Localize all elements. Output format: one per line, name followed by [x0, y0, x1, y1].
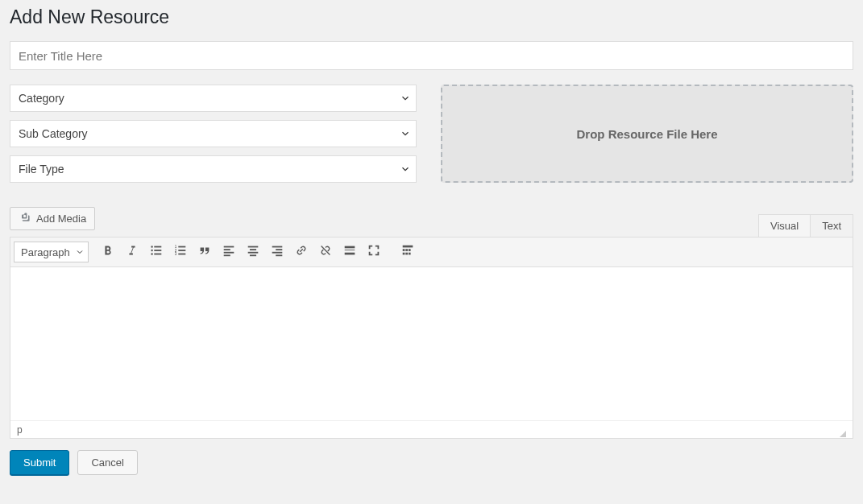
svg-rect-30	[409, 249, 411, 251]
add-media-button[interactable]: Add Media	[10, 207, 95, 230]
svg-rect-20	[272, 246, 283, 248]
svg-rect-33	[409, 253, 411, 255]
bold-icon	[101, 243, 115, 261]
number-list-icon: 123	[173, 243, 188, 261]
align-center-icon	[246, 243, 260, 261]
svg-rect-14	[224, 252, 234, 254]
editor-toolbar: Paragraph 123	[10, 238, 853, 267]
svg-rect-9	[178, 246, 185, 248]
editor-path: p	[17, 424, 23, 436]
svg-rect-13	[224, 249, 230, 250]
svg-rect-24	[345, 246, 355, 249]
dropzone-label: Drop Resource File Here	[576, 127, 717, 141]
tab-visual[interactable]: Visual	[758, 214, 811, 237]
svg-rect-25	[345, 250, 355, 250]
svg-rect-17	[250, 249, 256, 250]
fullscreen-button[interactable]	[363, 241, 385, 263]
blockquote-button[interactable]	[193, 241, 216, 263]
resize-handle[interactable]	[840, 431, 846, 437]
cancel-button[interactable]: Cancel	[77, 450, 137, 475]
blockquote-icon	[197, 243, 212, 261]
unlink-button[interactable]	[314, 241, 337, 263]
link-button[interactable]	[290, 241, 313, 263]
svg-rect-28	[403, 249, 405, 251]
svg-rect-27	[403, 246, 413, 248]
svg-rect-11	[178, 254, 185, 255]
align-center-button[interactable]	[242, 241, 264, 263]
link-icon	[294, 243, 309, 261]
svg-rect-12	[224, 246, 234, 248]
svg-rect-31	[403, 253, 405, 255]
format-select[interactable]: Paragraph	[14, 242, 89, 262]
svg-rect-5	[154, 254, 161, 255]
file-dropzone[interactable]: Drop Resource File Here	[441, 85, 853, 183]
unlink-icon	[318, 243, 333, 261]
align-right-icon	[270, 243, 284, 261]
read-more-icon	[342, 243, 357, 261]
italic-icon	[125, 243, 139, 261]
bullet-list-icon	[149, 243, 164, 261]
svg-text:3: 3	[175, 252, 177, 256]
italic-button[interactable]	[121, 241, 143, 263]
svg-rect-22	[272, 252, 283, 254]
filetype-select[interactable]: File Type	[10, 155, 417, 183]
svg-rect-16	[248, 246, 259, 248]
svg-rect-10	[178, 250, 185, 251]
align-right-button[interactable]	[266, 241, 288, 263]
page-title: Add New Resource	[10, 6, 853, 28]
editor-content[interactable]	[10, 267, 853, 420]
svg-rect-18	[248, 252, 259, 254]
svg-rect-3	[154, 246, 161, 248]
svg-rect-23	[276, 254, 282, 256]
align-left-icon	[222, 243, 236, 261]
svg-rect-4	[154, 250, 161, 251]
svg-point-0	[151, 246, 152, 247]
number-list-button[interactable]: 123	[169, 241, 192, 263]
svg-point-1	[151, 250, 152, 251]
svg-rect-15	[224, 254, 230, 256]
align-left-button[interactable]	[218, 241, 240, 263]
svg-rect-29	[405, 249, 408, 251]
subcategory-select[interactable]: Sub Category	[10, 120, 417, 147]
category-select[interactable]: Category	[10, 85, 417, 112]
tab-text[interactable]: Text	[811, 214, 853, 237]
add-media-label: Add Media	[36, 213, 86, 225]
bullet-list-button[interactable]	[145, 241, 168, 263]
media-icon	[19, 211, 31, 226]
read-more-button[interactable]	[338, 241, 361, 263]
editor-statusbar: p	[10, 420, 853, 438]
toolbar-toggle-button[interactable]	[396, 241, 419, 263]
svg-point-2	[151, 253, 152, 254]
toolbar-toggle-icon	[400, 243, 415, 261]
title-input[interactable]	[10, 41, 853, 70]
svg-rect-32	[405, 253, 408, 255]
svg-rect-21	[276, 249, 282, 250]
svg-rect-26	[345, 253, 355, 255]
submit-button[interactable]: Submit	[10, 450, 69, 475]
editor-box: Paragraph 123	[10, 237, 853, 439]
bold-button[interactable]	[97, 241, 119, 263]
fullscreen-icon	[367, 243, 381, 261]
svg-rect-19	[250, 254, 256, 256]
